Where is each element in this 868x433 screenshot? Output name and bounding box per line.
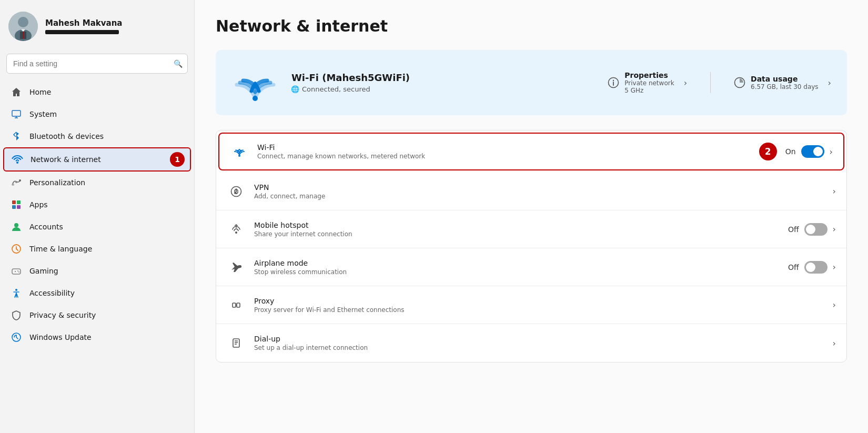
data-usage-info: Data usage 6.57 GB, last 30 days	[751, 75, 819, 90]
data-usage-chevron: ›	[828, 78, 831, 88]
info-circle-icon	[608, 77, 619, 88]
wifi-row-text: Wi-Fi Connect, manage known networks, me…	[257, 143, 751, 160]
svg-point-1	[18, 17, 28, 27]
sidebar-label-gaming: Gaming	[29, 267, 58, 275]
network-icon	[12, 154, 23, 165]
hotspot-icon	[227, 220, 246, 239]
properties-sub2: 5 GHz	[624, 87, 674, 94]
settings-row-dialup[interactable]: Dial-up Set up a dial-up internet connec…	[216, 324, 846, 362]
wifi-row-right: On ›	[785, 145, 833, 158]
dialup-row-text: Dial-up Set up a dial-up internet connec…	[254, 335, 824, 351]
user-section: Mahesh Makvana	[0, 0, 194, 49]
wifi-chevron: ›	[830, 147, 833, 157]
sidebar-item-update[interactable]: Windows Update	[3, 326, 191, 348]
airplane-toggle-label: Off	[788, 263, 799, 271]
settings-row-wifi[interactable]: Wi-Fi Connect, manage known networks, me…	[218, 133, 844, 170]
sidebar-label-network: Network & internet	[31, 155, 101, 164]
sidebar-item-home[interactable]: Home	[3, 81, 191, 103]
hotspot-row-subtitle: Share your internet connection	[254, 230, 780, 238]
wifi-info: Wi-Fi (Mahesh5GWiFi) 🌐 Connected, secure…	[291, 72, 595, 93]
vpn-chevron: ›	[833, 186, 836, 196]
sidebar-item-personalization[interactable]: Personalization	[3, 172, 191, 194]
properties-group[interactable]: Properties Private network 5 GHz ›	[608, 71, 687, 94]
svg-point-24	[17, 270, 18, 271]
settings-row-vpn[interactable]: VPN Add, connect, manage ›	[216, 173, 846, 210]
main-content: Network & internet Wi-Fi (Mahesh5GWiFi) …	[195, 0, 868, 433]
sidebar-item-network[interactable]: Network & internet 1	[3, 147, 191, 172]
user-info: Mahesh Makvana	[45, 18, 122, 34]
wifi-row-icon	[230, 142, 249, 161]
search-input[interactable]	[6, 54, 188, 74]
proxy-row-subtitle: Proxy server for Wi-Fi and Ethernet conn…	[254, 306, 824, 314]
sidebar-item-bluetooth[interactable]: Bluetooth & devices	[3, 125, 191, 147]
sidebar-item-system[interactable]: System	[3, 103, 191, 125]
hotspot-chevron: ›	[833, 224, 836, 234]
wifi-toggle[interactable]	[801, 145, 824, 158]
proxy-row-text: Proxy Proxy server for Wi-Fi and Etherne…	[254, 297, 824, 314]
dialup-row-subtitle: Set up a dial-up internet connection	[254, 344, 824, 351]
accessibility-icon	[11, 287, 22, 299]
properties-info: Properties Private network 5 GHz	[624, 71, 674, 94]
svg-point-37	[235, 231, 237, 234]
proxy-icon	[227, 296, 246, 315]
search-icon: 🔍	[174, 59, 183, 68]
svg-rect-6	[12, 110, 21, 116]
wifi-status-line: 🌐 Connected, secured	[291, 85, 595, 93]
apps-icon	[11, 199, 22, 210]
user-bar	[45, 30, 119, 34]
vpn-row-right: ›	[833, 186, 836, 196]
svg-point-25	[18, 271, 19, 273]
wifi-connected-label: Connected, secured	[302, 85, 370, 93]
dialup-row-right: ›	[833, 338, 836, 348]
card-divider	[710, 72, 711, 93]
properties-chevron: ›	[684, 78, 687, 88]
sidebar-label-time: Time & language	[29, 245, 92, 253]
sidebar-item-apps[interactable]: Apps	[3, 194, 191, 216]
sidebar-item-accounts[interactable]: Accounts	[3, 216, 191, 238]
sidebar-label-system: System	[29, 110, 57, 118]
hotspot-toggle[interactable]	[804, 223, 827, 236]
sidebar-label-accessibility: Accessibility	[29, 289, 75, 297]
privacy-icon	[11, 309, 22, 321]
sidebar-item-accessibility[interactable]: Accessibility	[3, 282, 191, 304]
sidebar-label-personalization: Personalization	[29, 178, 85, 187]
sidebar-item-privacy[interactable]: Privacy & security	[3, 304, 191, 326]
data-usage-title: Data usage	[751, 75, 819, 83]
time-icon	[11, 243, 22, 255]
airplane-toggle[interactable]	[804, 261, 827, 274]
properties-title: Properties	[624, 71, 674, 79]
svg-rect-14	[17, 200, 21, 204]
airplane-icon	[227, 258, 246, 277]
proxy-chevron: ›	[833, 300, 836, 310]
svg-rect-16	[17, 205, 21, 209]
data-usage-sub: 6.57 GB, last 30 days	[751, 83, 819, 90]
sidebar-item-gaming[interactable]: Gaming	[3, 260, 191, 282]
sidebar-label-home: Home	[29, 88, 51, 96]
settings-row-proxy[interactable]: Proxy Proxy server for Wi-Fi and Etherne…	[216, 286, 846, 324]
dialup-icon	[227, 334, 246, 353]
svg-rect-38	[233, 303, 236, 307]
settings-row-airplane[interactable]: Airplane mode Stop wireless communicatio…	[216, 248, 846, 286]
svg-point-11	[15, 181, 17, 183]
hotspot-row-right: Off ›	[788, 223, 836, 236]
sidebar-label-apps: Apps	[29, 200, 48, 209]
airplane-row-subtitle: Stop wireless communication	[254, 268, 780, 276]
bluetooth-icon	[11, 130, 22, 142]
personalization-icon	[11, 177, 22, 188]
hotspot-row-title: Mobile hotspot	[254, 221, 780, 229]
data-usage-group[interactable]: Data usage 6.57 GB, last 30 days ›	[734, 75, 831, 90]
wifi-badge: 2	[759, 143, 777, 160]
settings-row-hotspot[interactable]: Mobile hotspot Share your internet conne…	[216, 210, 846, 248]
dialup-chevron: ›	[833, 338, 836, 348]
airplane-chevron: ›	[833, 262, 836, 272]
home-icon	[11, 86, 22, 98]
sidebar-item-time[interactable]: Time & language	[3, 238, 191, 260]
nav-list: Home System Bluetooth & devices	[0, 80, 194, 433]
globe-icon: 🌐	[291, 86, 299, 93]
proxy-row-title: Proxy	[254, 297, 824, 305]
search-box[interactable]: 🔍	[6, 54, 188, 74]
settings-list: Wi-Fi Connect, manage known networks, me…	[216, 130, 847, 362]
nav-badge: 1	[170, 152, 185, 167]
sidebar: Mahesh Makvana 🔍 Home System Bluet	[0, 0, 195, 433]
svg-rect-13	[12, 200, 16, 204]
